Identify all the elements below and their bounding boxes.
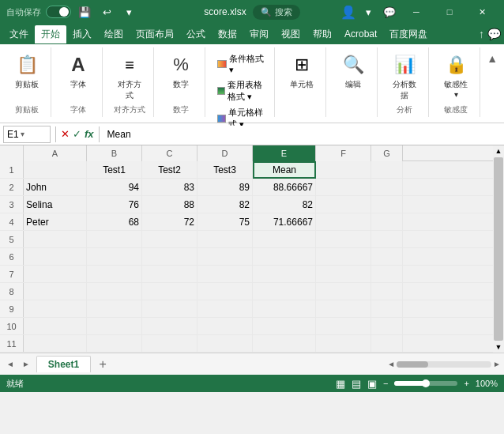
number-button[interactable]: % 数字	[164, 49, 198, 93]
cell-D7[interactable]	[197, 266, 253, 283]
horizontal-scrollbar[interactable]	[397, 361, 491, 368]
col-header-F[interactable]: F	[316, 145, 371, 161]
menu-draw[interactable]: 绘图	[98, 25, 130, 43]
cell-B9[interactable]	[87, 300, 142, 318]
page-layout-button[interactable]: ▤	[352, 378, 361, 390]
cell-C4[interactable]: 72	[142, 213, 197, 231]
cell-A9[interactable]	[24, 300, 87, 318]
formula-cancel-button[interactable]: ✕	[61, 128, 70, 140]
cell-E9[interactable]	[253, 300, 316, 318]
cell-C6[interactable]	[142, 248, 197, 266]
col-header-E[interactable]: E	[253, 145, 316, 161]
cell-C1[interactable]: Test2	[142, 161, 197, 179]
cell-D10[interactable]	[197, 318, 253, 335]
cell-F10[interactable]	[316, 318, 371, 335]
menu-review[interactable]: 审阅	[243, 25, 275, 43]
cell-ref-dropdown-icon[interactable]: ▾	[21, 130, 24, 138]
cell-F7[interactable]	[316, 266, 371, 283]
hscroll-right-button[interactable]: ►	[493, 360, 501, 368]
formula-input[interactable]	[104, 126, 501, 143]
cell-B8[interactable]	[87, 283, 142, 300]
cell-reference-box[interactable]: E1 ▾	[3, 126, 51, 143]
cell-D2[interactable]: 89	[197, 179, 253, 196]
analysis-button[interactable]: 📊 分析数据	[387, 49, 422, 104]
cell-F3[interactable]	[316, 196, 371, 213]
row-header-9[interactable]: 9	[0, 300, 24, 317]
cell-E7[interactable]	[253, 266, 316, 283]
cell-B6[interactable]	[87, 248, 142, 266]
comments-button[interactable]: 💬	[381, 3, 398, 21]
maximize-button[interactable]: □	[434, 0, 465, 24]
cell-A4[interactable]: Peter	[24, 213, 87, 231]
cell-A5[interactable]	[24, 231, 87, 248]
cell-D11[interactable]	[197, 335, 253, 353]
cell-D8[interactable]	[197, 283, 253, 300]
cell-E5[interactable]	[253, 231, 316, 248]
more-button[interactable]: ▾	[120, 3, 137, 21]
row-header-10[interactable]: 10	[0, 318, 24, 334]
cell-C7[interactable]	[142, 266, 197, 283]
search-bar[interactable]: 🔍 搜索	[253, 5, 300, 20]
add-sheet-button[interactable]: +	[94, 356, 111, 373]
cell-B4[interactable]: 68	[87, 213, 142, 231]
cell-F1[interactable]	[316, 161, 371, 179]
cell-F6[interactable]	[316, 248, 371, 266]
cell-A6[interactable]	[24, 248, 87, 266]
cell-C9[interactable]	[142, 300, 197, 318]
menu-layout[interactable]: 页面布局	[130, 25, 180, 43]
cell-A11[interactable]	[24, 335, 87, 353]
align-button[interactable]: ≡ 对齐方式	[112, 49, 147, 104]
cell-B3[interactable]: 76	[87, 196, 142, 213]
row-header-1[interactable]: 1	[0, 161, 24, 178]
cell-A1[interactable]	[24, 161, 87, 179]
save-button[interactable]: 💾	[76, 3, 93, 21]
sheet-tab-sheet1[interactable]: Sheet1	[36, 356, 91, 372]
row-header-8[interactable]: 8	[0, 283, 24, 300]
cell-G9[interactable]	[371, 300, 403, 318]
cell-D3[interactable]: 82	[197, 196, 253, 213]
cell-C2[interactable]: 83	[142, 179, 197, 196]
cell-D4[interactable]: 75	[197, 213, 253, 231]
cell-E2[interactable]: 88.66667	[253, 179, 316, 196]
cell-D5[interactable]	[197, 231, 253, 248]
font-button[interactable]: A 字体	[61, 49, 96, 93]
normal-view-button[interactable]: ▦	[336, 378, 345, 390]
cell-B5[interactable]	[87, 231, 142, 248]
cell-C3[interactable]: 88	[142, 196, 197, 213]
close-button[interactable]: ✕	[468, 0, 498, 24]
zoom-slider-thumb[interactable]	[422, 379, 430, 387]
cell-A3[interactable]: Selina	[24, 196, 87, 213]
autosave-toggle[interactable]	[46, 6, 71, 18]
cell-F4[interactable]	[316, 213, 371, 231]
cell-B1[interactable]: Test1	[87, 161, 142, 179]
col-header-A[interactable]: A	[24, 145, 87, 161]
col-header-C[interactable]: C	[142, 145, 197, 161]
col-header-B[interactable]: B	[87, 145, 142, 161]
cell-G10[interactable]	[371, 318, 403, 335]
row-header-2[interactable]: 2	[0, 179, 24, 195]
formula-fx-button[interactable]: fx	[85, 128, 94, 140]
menu-insert[interactable]: 插入	[66, 25, 98, 43]
hscroll-thumb[interactable]	[397, 361, 428, 368]
menu-help[interactable]: 帮助	[307, 25, 338, 43]
hscroll-left-button[interactable]: ◄	[387, 360, 395, 368]
cell-E11[interactable]	[253, 335, 316, 353]
scroll-thumb[interactable]	[494, 157, 503, 341]
page-break-button[interactable]: ▣	[367, 378, 377, 390]
cell-D6[interactable]	[197, 248, 253, 266]
menu-view[interactable]: 视图	[275, 25, 307, 43]
cell-E4[interactable]: 71.66667	[253, 213, 316, 231]
paste-button[interactable]: 📋 剪贴板	[9, 49, 44, 93]
menu-acrobat[interactable]: Acrobat	[338, 26, 383, 42]
menu-home[interactable]: 开始	[35, 25, 66, 43]
scroll-down-button[interactable]: ▼	[493, 342, 504, 353]
zoom-slider[interactable]	[394, 381, 457, 386]
row-header-6[interactable]: 6	[0, 248, 24, 265]
cell-G3[interactable]	[371, 196, 403, 213]
cell-G6[interactable]	[371, 248, 403, 266]
cell-B2[interactable]: 94	[87, 179, 142, 196]
cell-C10[interactable]	[142, 318, 197, 335]
feedback-icon[interactable]: 💬	[487, 28, 501, 40]
table-format-button[interactable]: 套用表格格式 ▾	[215, 78, 268, 104]
menu-baidu[interactable]: 百度网盘	[383, 25, 434, 43]
